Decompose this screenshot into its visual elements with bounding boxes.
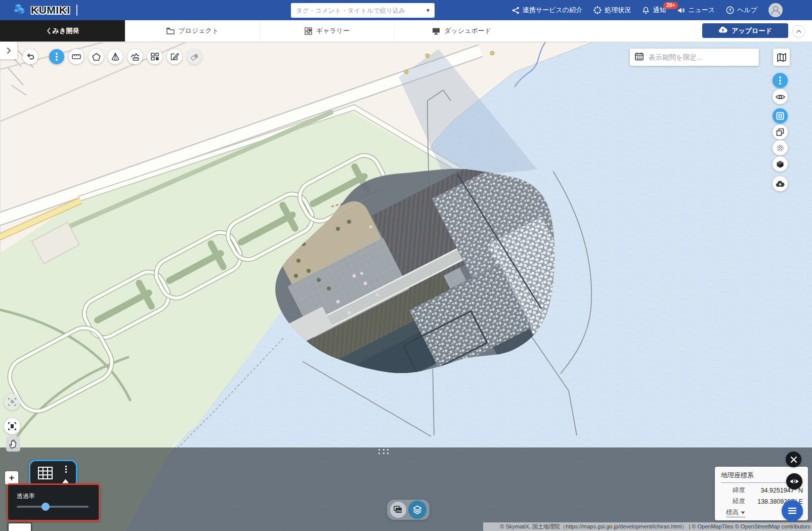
nav-item-notifications[interactable]: 通知 20+: [642, 6, 666, 15]
tool-menu-button[interactable]: [49, 49, 64, 64]
search-input[interactable]: [295, 7, 422, 15]
eraser-icon: [190, 53, 199, 61]
tab-dashboard[interactable]: ダッシュボード: [394, 20, 529, 42]
eye-icon: [789, 478, 799, 485]
basemap-button[interactable]: [773, 49, 790, 66]
opacity-slider-thumb[interactable]: [41, 503, 50, 511]
zoom-in-button[interactable]: +: [5, 471, 18, 484]
ruler-icon: [72, 54, 81, 60]
nav-item-news[interactable]: ニュース: [677, 6, 715, 15]
tab-development[interactable]: くみき開発: [0, 20, 125, 42]
person-icon: [768, 3, 783, 17]
search-dropdown-caret-icon[interactable]: ▼: [425, 8, 431, 13]
tab-label: くみき開発: [46, 26, 79, 35]
calendar-icon: [635, 52, 644, 63]
upload-button[interactable]: アップロード: [702, 23, 788, 38]
navbar-right: 連携サービスの紹介 処理状況 通知 20+ ニュース ? ヘルプ: [512, 0, 812, 20]
measure-area-button[interactable]: [89, 49, 104, 64]
opacity-label: 透過率: [17, 492, 35, 501]
ortho-view-button[interactable]: [773, 108, 788, 124]
undo-button[interactable]: [23, 49, 38, 64]
gallery-grid-icon: [305, 27, 312, 35]
cube-icon: [776, 160, 784, 169]
tab-label: ダッシュボード: [444, 26, 491, 35]
fullscreen-button[interactable]: [4, 418, 20, 434]
close-sheet-button[interactable]: [786, 452, 801, 467]
layers-toggle-button[interactable]: [408, 501, 426, 519]
date-range-input[interactable]: [648, 53, 754, 62]
nav-item-label: 連携サービスの紹介: [523, 6, 582, 15]
folder-icon: [166, 27, 175, 34]
nav-item-services[interactable]: 連携サービスの紹介: [512, 6, 582, 15]
geo-row-label: 緯度: [721, 486, 745, 495]
main-tabbar: くみき開発 プロジェクト ギャラリー ダッシュボード: [0, 20, 812, 42]
eye-icon: [776, 94, 785, 100]
scale-box: [8, 522, 32, 531]
nav-item-label: ヘルプ: [737, 6, 757, 15]
fullscreen-icon: [8, 422, 17, 431]
cone-icon: [111, 53, 119, 61]
stacked-squares-icon: [776, 128, 784, 136]
grid-icon: [38, 467, 53, 480]
layout-grid-icon: [151, 53, 159, 61]
cloud-upload-icon: [718, 26, 728, 35]
fit-bounds-button[interactable]: [4, 394, 20, 410]
tab-label: ギャラリー: [316, 26, 350, 35]
monitor-icon: [432, 27, 440, 35]
sheet-menu-button[interactable]: [782, 500, 803, 521]
speaker-icon: [677, 7, 685, 14]
kumiki-logo[interactable]: KUMIKI: [14, 3, 70, 18]
measure-volume-button[interactable]: [108, 49, 123, 64]
vertical-dots-icon: [55, 52, 58, 61]
pointcloud-view-button[interactable]: [773, 140, 788, 155]
geo-row-label: 経度: [721, 497, 745, 506]
svg-text:?: ?: [729, 8, 732, 13]
share-icon: [512, 7, 520, 14]
grab-hand-icon: [9, 439, 18, 449]
elevation-profile-button[interactable]: [127, 49, 143, 64]
top-navbar: KUMIKI ▼ 連携サービスの紹介 処理状況 通知 20+ ニュース ? ヘル…: [0, 0, 812, 20]
report-layout-button[interactable]: [147, 49, 162, 64]
pentagon-icon: [92, 53, 101, 61]
chevron-up-icon: [796, 29, 802, 33]
nav-item-status[interactable]: 処理状況: [593, 6, 631, 15]
collapse-header-button[interactable]: [792, 25, 805, 38]
kumiki-logo-icon: [14, 3, 27, 18]
sheet-drag-handle[interactable]: [378, 449, 391, 455]
elevation-select[interactable]: 標高: [726, 508, 745, 517]
navbar-search: ▼: [291, 3, 435, 18]
point-cloud-icon: [776, 144, 785, 152]
eraser-button[interactable]: [187, 49, 202, 64]
opacity-slider[interactable]: [17, 506, 89, 508]
tab-project[interactable]: プロジェクト: [125, 20, 260, 42]
card-menu-dots-icon[interactable]: [65, 465, 67, 473]
caret-down-icon: [741, 511, 745, 514]
dsm-view-button[interactable]: [773, 125, 788, 140]
nav-item-label: ニュース: [688, 6, 715, 15]
upload-label: アップロード: [732, 26, 772, 35]
layers-menu-button[interactable]: [773, 73, 788, 88]
user-avatar[interactable]: [768, 3, 783, 17]
tab-gallery[interactable]: ギャラリー: [260, 20, 394, 42]
upload-data-button[interactable]: [773, 176, 788, 191]
undo-icon: [26, 53, 35, 61]
nav-divider: [76, 5, 77, 16]
map-toolbar: [0, 49, 212, 64]
gear-icon: [593, 6, 602, 14]
measure-distance-button[interactable]: [69, 49, 84, 64]
bell-icon: [642, 6, 650, 14]
visibility-button[interactable]: [773, 89, 788, 104]
photos-icon: [394, 506, 403, 514]
logo-text: KUMIKI: [31, 4, 70, 16]
move-icon: [8, 397, 17, 406]
close-icon: [790, 456, 797, 463]
photos-toggle-button[interactable]: [390, 502, 406, 518]
nav-item-help[interactable]: ? ヘルプ: [726, 6, 757, 15]
annotate-button[interactable]: [167, 49, 182, 64]
map-attribution[interactable]: © SkymatiX, 国土地理院（https://maps.gsi.go.jp…: [483, 522, 812, 531]
model3d-view-button[interactable]: [773, 156, 788, 172]
tab-label: プロジェクト: [179, 26, 219, 35]
toggle-visibility-button[interactable]: [786, 473, 802, 489]
hand-cursor: [6, 436, 20, 452]
card-chevron-up-icon[interactable]: [62, 479, 69, 483]
